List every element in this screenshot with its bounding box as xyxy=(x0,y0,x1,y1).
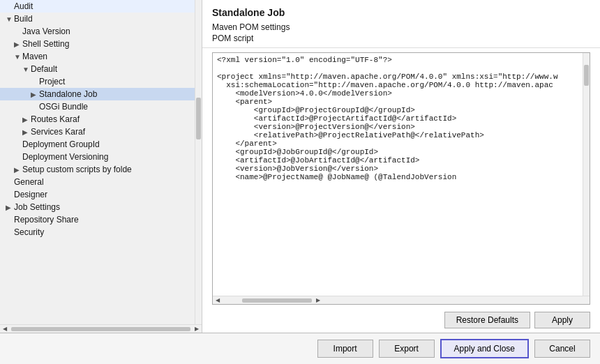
tree-arrow-routes-karaf: ▶ xyxy=(22,116,31,123)
tree-label-routes-karaf: Routes Karaf xyxy=(31,114,192,124)
pom-script-label: POM script xyxy=(212,33,590,43)
tree-arrow-job-settings: ▶ xyxy=(6,204,14,211)
tree-item-security[interactable]: Security xyxy=(0,226,195,238)
tree-item-repository-share[interactable]: Repository Share xyxy=(0,213,195,226)
tree-arrow-default: ▼ xyxy=(22,66,31,73)
tree-label-services-karaf: Services Karaf xyxy=(31,127,192,137)
code-area-container: <?xml version="1.0" encoding="UTF-8"?> <… xyxy=(212,52,590,305)
apply-button[interactable]: Apply xyxy=(534,312,590,328)
tree-label-repository-share: Repository Share xyxy=(14,215,192,225)
tree-label-standalone-job: Standalone Job xyxy=(39,89,192,99)
tree-item-default[interactable]: ▼Default xyxy=(0,63,195,75)
apply-and-close-button[interactable]: Apply and Close xyxy=(440,339,529,358)
tree-item-project[interactable]: Project xyxy=(0,75,195,88)
tree-label-audit: Audit xyxy=(14,1,192,11)
tree-arrow-standalone-job: ▶ xyxy=(31,91,39,98)
right-actions-bar: Restore Defaults Apply xyxy=(202,309,600,333)
tree-item-osgi-bundle[interactable]: OSGi Bundle xyxy=(0,100,195,113)
pom-script-editor[interactable]: <?xml version="1.0" encoding="UTF-8"?> <… xyxy=(213,53,583,296)
tree-item-routes-karaf[interactable]: ▶Routes Karaf xyxy=(0,113,195,126)
tree-label-security: Security xyxy=(14,227,192,237)
tree-item-services-karaf[interactable]: ▶Services Karaf xyxy=(0,126,195,138)
bottom-bar: Import Export Apply and Close Cancel xyxy=(0,333,600,364)
tree-label-deployment-versioning: Deployment Versioning xyxy=(22,152,192,162)
left-vscroll[interactable] xyxy=(195,0,202,324)
tree-label-build: Build xyxy=(14,14,192,24)
right-hscroll[interactable]: ◀ ▶ xyxy=(213,296,590,304)
tree-item-designer[interactable]: Designer xyxy=(0,188,195,201)
tree-label-project: Project xyxy=(39,77,192,86)
tree-label-maven: Maven xyxy=(22,52,192,61)
right-hscroll-right-arrow[interactable]: ▶ xyxy=(315,297,322,303)
right-header: Standalone Job Maven POM settings POM sc… xyxy=(202,0,600,48)
tree-label-java-version: Java Version xyxy=(22,26,192,36)
tree-label-deployment-groupid: Deployment GroupId xyxy=(22,139,192,149)
tree-label-shell-setting: Shell Setting xyxy=(22,39,192,49)
cancel-button[interactable]: Cancel xyxy=(534,340,590,358)
right-vscroll[interactable] xyxy=(583,53,590,296)
maven-pom-label: Maven POM settings xyxy=(212,22,590,32)
export-button[interactable]: Export xyxy=(379,340,435,358)
tree-label-default: Default xyxy=(31,64,192,74)
tree-item-deployment-versioning[interactable]: Deployment Versioning xyxy=(0,151,195,163)
tree-item-standalone-job[interactable]: ▶Standalone Job xyxy=(0,88,195,100)
tree-item-job-settings[interactable]: ▶Job Settings xyxy=(0,201,195,213)
import-button[interactable]: Import xyxy=(317,340,373,358)
tree-arrow-build: ▼ xyxy=(6,15,14,23)
tree-item-deployment-groupid[interactable]: Deployment GroupId xyxy=(0,138,195,151)
tree-item-setup-custom[interactable]: ▶Setup custom scripts by folde xyxy=(0,163,195,176)
left-hscroll-left-arrow[interactable]: ◀ xyxy=(1,326,8,332)
tree-arrow-maven: ▼ xyxy=(14,53,22,61)
tree-label-general: General xyxy=(14,177,192,187)
tree-arrow-setup-custom: ▶ xyxy=(14,166,22,174)
tree-label-job-settings: Job Settings xyxy=(14,202,192,212)
tree-label-osgi-bundle: OSGi Bundle xyxy=(39,102,192,112)
tree-item-build[interactable]: ▼Build xyxy=(0,13,195,25)
tree-label-setup-custom: Setup custom scripts by folde xyxy=(22,165,192,174)
right-panel-title: Standalone Job xyxy=(212,7,590,18)
left-hscroll-right-arrow[interactable]: ▶ xyxy=(193,326,200,332)
tree-item-shell-setting[interactable]: ▶Shell Setting xyxy=(0,38,195,50)
left-hscroll[interactable]: ◀ ▶ xyxy=(0,324,202,333)
tree-panel: Audit▼BuildJava Version▶Shell Setting▼Ma… xyxy=(0,0,195,324)
tree-arrow-services-karaf: ▶ xyxy=(22,128,31,136)
tree-item-audit[interactable]: Audit xyxy=(0,0,195,13)
tree-item-general[interactable]: General xyxy=(0,176,195,188)
restore-defaults-button[interactable]: Restore Defaults xyxy=(444,312,530,328)
right-hscroll-left-arrow[interactable]: ◀ xyxy=(214,297,221,303)
tree-label-designer: Designer xyxy=(14,190,192,199)
tree-item-java-version[interactable]: Java Version xyxy=(0,25,195,38)
tree-arrow-shell-setting: ▶ xyxy=(14,40,22,48)
tree-item-maven[interactable]: ▼Maven xyxy=(0,50,195,63)
